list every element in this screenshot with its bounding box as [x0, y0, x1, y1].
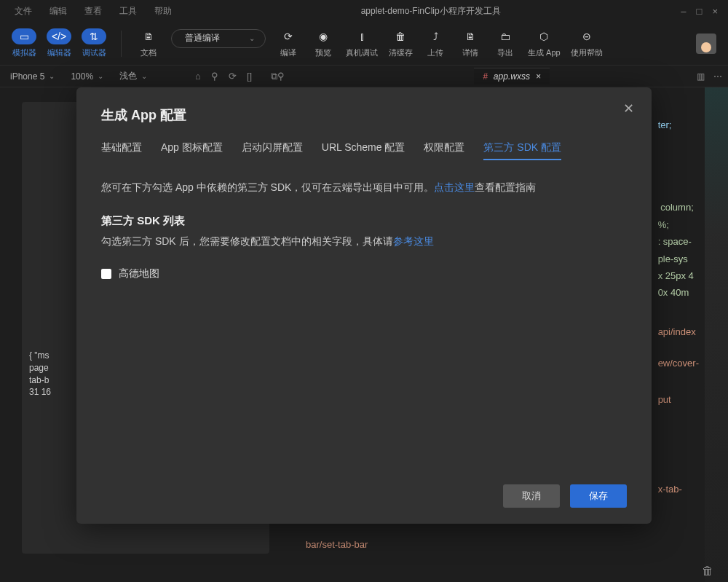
details-button[interactable]: 🗎详情: [458, 28, 483, 58]
code-line: ter;: [658, 117, 699, 133]
code-line: put: [658, 391, 699, 408]
desc-text-post: 查看配置指南: [475, 181, 536, 193]
code-line: bar/set-tab-bar: [306, 536, 368, 553]
simulator-toolbar: iPhone 5⌄ 100%⌄ 浅色⌄ ⌂ ⚲ ⟳ [] ⧉ ⚲ # app.w…: [0, 66, 728, 87]
home-icon[interactable]: ⌂: [195, 71, 201, 82]
editor-file-tab[interactable]: # app.wxss ×: [474, 68, 550, 84]
preview-button[interactable]: ◉预览: [311, 28, 336, 58]
simulator-button[interactable]: ▭模拟器: [12, 28, 36, 58]
compile-mode-label: 普通编译: [185, 32, 220, 44]
editor-label: 编辑器: [47, 47, 71, 58]
checkbox-label: 高德地图: [119, 267, 159, 280]
tab-app-icon-config[interactable]: App 图标配置: [161, 141, 223, 160]
debugger-icon: ⇅: [82, 28, 106, 44]
sdk-checkbox-row[interactable]: 高德地图: [101, 267, 627, 280]
menu-tools[interactable]: 工具: [111, 2, 146, 20]
modal-footer: 取消 保存: [101, 484, 627, 508]
location-icon[interactable]: ⚲: [211, 71, 218, 82]
compile-mode-select[interactable]: 普通编译⌄: [171, 29, 266, 48]
compile-button[interactable]: ⟳编译: [276, 28, 301, 58]
cancel-button[interactable]: 取消: [503, 484, 560, 508]
sdk-list-subtitle: 勾选第三方 SDK 后，您需要修改配置文档中的相关字段，具体请参考这里: [101, 235, 627, 248]
close-tab-icon[interactable]: ×: [536, 71, 541, 82]
code-line: column;: [658, 199, 699, 216]
generate-app-label: 生成 App: [528, 47, 561, 58]
code-line: %;: [658, 216, 699, 233]
theme-select[interactable]: 浅色⌄: [115, 68, 151, 84]
zoom-label: 100%: [71, 71, 93, 82]
window-controls: – □ ×: [681, 6, 722, 17]
menu-bar: 文件 编辑 查看 工具 帮助 applet-demo-FinClip小程序开发工…: [0, 0, 728, 22]
clear-cache-button[interactable]: 🗑清缓存: [388, 28, 413, 58]
user-avatar[interactable]: [696, 34, 716, 54]
help-label: 使用帮助: [571, 47, 603, 58]
modal-close-button[interactable]: ✕: [623, 101, 634, 117]
device-debug-button[interactable]: ⫿真机调试: [346, 28, 378, 58]
code-minimap[interactable]: [705, 87, 728, 582]
generate-app-config-modal: ✕ 生成 App 配置 基础配置 App 图标配置 启动闪屏配置 URL Sch…: [76, 87, 652, 524]
trash-icon[interactable]: 🗑: [702, 565, 713, 578]
search-icon[interactable]: ⚲: [277, 71, 285, 82]
config-guide-link[interactable]: 点击这里: [434, 181, 475, 193]
modal-tabs: 基础配置 App 图标配置 启动闪屏配置 URL Scheme 配置 权限配置 …: [101, 141, 627, 160]
minimize-icon[interactable]: –: [681, 6, 686, 17]
split-view-icon[interactable]: ⧉: [271, 71, 277, 82]
code-line: 0x 40m: [658, 284, 699, 301]
chevron-down-icon: ⌄: [249, 34, 255, 42]
menu-help[interactable]: 帮助: [146, 2, 181, 20]
close-window-icon[interactable]: ×: [712, 6, 718, 17]
expand-icon[interactable]: []: [247, 71, 252, 82]
help-button[interactable]: ⊝使用帮助: [571, 28, 603, 58]
debugger-button[interactable]: ⇅调试器: [82, 28, 106, 58]
zoom-select[interactable]: 100%⌄: [66, 70, 108, 83]
code-line: x-tab-: [658, 481, 699, 498]
code-line: ple-sys: [658, 251, 699, 267]
chevron-down-icon: ⌄: [141, 72, 147, 80]
refresh-icon[interactable]: ⟳: [229, 71, 237, 82]
sdk-list-title: 第三方 SDK 列表: [101, 214, 627, 228]
checkbox-icon[interactable]: [101, 269, 111, 279]
code-line: ew/cover-: [658, 355, 699, 371]
maximize-icon[interactable]: □: [697, 6, 703, 17]
menu-edit[interactable]: 编辑: [41, 2, 76, 20]
menu-file[interactable]: 文件: [6, 2, 41, 20]
preview-icon: ◉: [311, 28, 336, 44]
generate-app-button[interactable]: ⬡生成 App: [528, 28, 561, 58]
documentation-icon: 🗎: [136, 28, 161, 44]
menu-view[interactable]: 查看: [76, 2, 111, 20]
documentation-button[interactable]: 🗎文档: [136, 28, 161, 58]
tab-basic-config[interactable]: 基础配置: [101, 141, 142, 160]
save-button[interactable]: 保存: [570, 484, 627, 508]
more-icon[interactable]: ⋯: [713, 71, 722, 82]
tab-permission-config[interactable]: 权限配置: [424, 141, 464, 160]
toolbar-separator: [121, 31, 122, 57]
modal-description: 您可在下方勾选 App 中依赖的第三方 SDK，仅可在云端导出项目中可用。点击这…: [101, 179, 627, 195]
editor-icon: </>: [47, 28, 71, 44]
window-title: applet-demo-FinClip小程序开发工具: [181, 5, 681, 17]
tab-url-scheme-config[interactable]: URL Scheme 配置: [322, 141, 405, 160]
device-label: iPhone 5: [10, 71, 44, 82]
upload-label: 上传: [427, 47, 443, 58]
reference-link[interactable]: 参考这里: [393, 235, 434, 247]
device-select[interactable]: iPhone 5⌄: [6, 70, 59, 83]
sdk-sub-text: 勾选第三方 SDK 后，您需要修改配置文档中的相关字段，具体请: [101, 235, 393, 247]
device-debug-label: 真机调试: [346, 47, 378, 58]
details-icon: 🗎: [458, 28, 483, 44]
help-icon: ⊝: [574, 28, 599, 44]
device-debug-icon: ⫿: [349, 28, 374, 44]
file-tab-name: app.wxss: [494, 71, 530, 82]
modal-title: 生成 App 配置: [101, 106, 627, 124]
chevron-down-icon: ⌄: [98, 72, 103, 80]
clear-cache-icon: 🗑: [388, 28, 413, 44]
code-line: api/index: [658, 323, 699, 340]
tab-splash-config[interactable]: 启动闪屏配置: [242, 141, 303, 160]
tab-third-party-sdk-config[interactable]: 第三方 SDK 配置: [483, 141, 561, 160]
theme-label: 浅色: [119, 70, 137, 82]
code-line: : space-: [658, 233, 699, 250]
editor-button[interactable]: </>编辑器: [47, 28, 71, 58]
split-editor-icon[interactable]: ▥: [697, 71, 705, 82]
documentation-label: 文档: [141, 47, 157, 58]
upload-button[interactable]: ⤴上传: [423, 28, 448, 58]
simulator-icon: ▭: [12, 28, 36, 44]
export-button[interactable]: 🗀导出: [493, 28, 518, 58]
